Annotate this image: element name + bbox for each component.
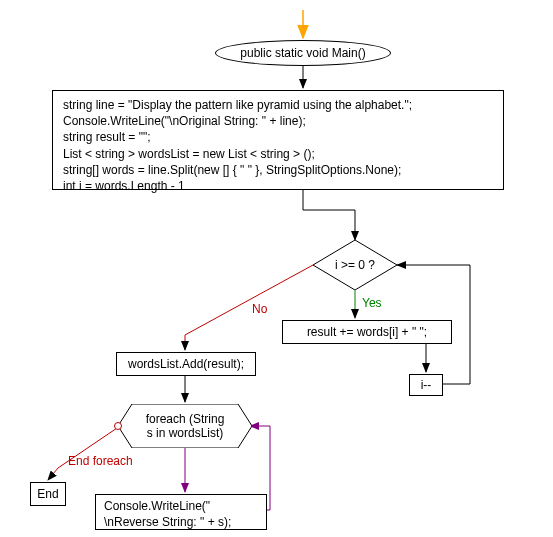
flowchart-canvas: public static void Main() string line = …	[0, 0, 553, 537]
end-node: End	[30, 482, 66, 506]
init-line-0: string line = "Display the pattern like …	[63, 97, 412, 113]
foreach-line-0: foreach (String	[146, 412, 225, 426]
decrement-node: i--	[409, 374, 443, 396]
addlist-node: wordsList.Add(result);	[116, 352, 256, 376]
addlist-label: wordsList.Add(result);	[128, 357, 244, 371]
foreach-exit-marker	[114, 422, 122, 430]
print-line-1: \nReverse String: " + s);	[104, 514, 231, 530]
end-foreach-label: End foreach	[68, 454, 133, 468]
foreach-line-1: s in wordsList)	[146, 426, 225, 440]
init-line-2: string result = "";	[63, 129, 151, 145]
foreach-node: foreach (String s in wordsList)	[118, 404, 252, 448]
append-node: result += words[i] + " ";	[282, 320, 452, 344]
edge-init-cond	[303, 190, 355, 240]
condition-node: i >= 0 ?	[313, 240, 397, 290]
yes-label: Yes	[362, 296, 382, 310]
start-label: public static void Main()	[240, 46, 365, 60]
condition-label: i >= 0 ?	[335, 258, 375, 272]
print-node: Console.WriteLine(" \nReverse String: " …	[95, 494, 267, 530]
init-line-3: List < string > wordsList = new List < s…	[63, 146, 315, 162]
init-line-5: int i = words.Length - 1	[63, 178, 185, 194]
start-node: public static void Main()	[215, 40, 391, 66]
init-block: string line = "Display the pattern like …	[52, 90, 504, 190]
end-label: End	[37, 487, 58, 501]
print-line-0: Console.WriteLine("	[104, 498, 210, 514]
no-label: No	[252, 302, 267, 316]
append-label: result += words[i] + " ";	[307, 325, 427, 339]
init-line-4: string[] words = line.Split(new [] { " "…	[63, 162, 401, 178]
init-line-1: Console.WriteLine("\nOriginal String: " …	[63, 113, 306, 129]
decrement-label: i--	[421, 378, 432, 392]
edge-foreach-end	[48, 426, 120, 480]
